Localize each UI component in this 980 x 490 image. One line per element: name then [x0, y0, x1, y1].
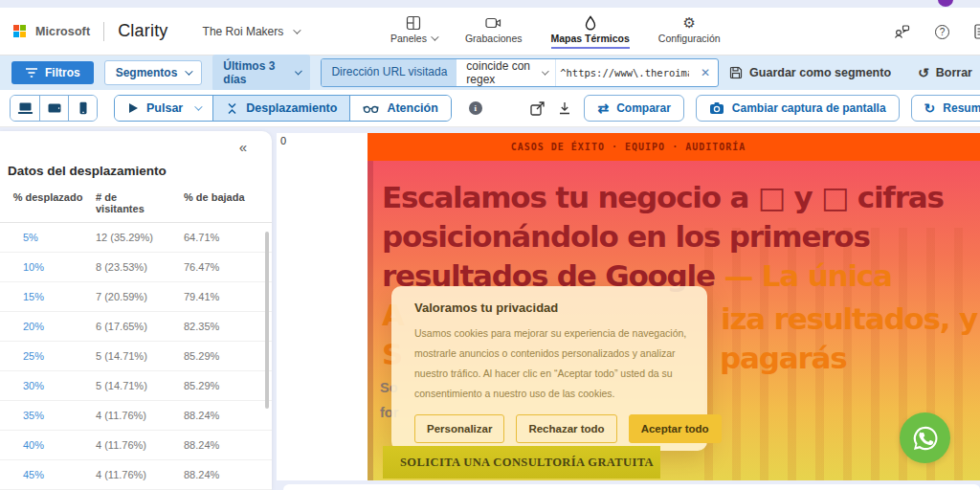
segments-label: Segmentos [116, 66, 178, 79]
docs-icon[interactable] [974, 24, 980, 39]
table-cell: 88.24% [184, 469, 266, 480]
site-heading: Escalamos tu negocio a □ y □ cifras posi… [382, 178, 944, 296]
whatsapp-chat-button[interactable] [900, 412, 950, 463]
heatmap-canvas: 0 CASOS DE ÉXITO · EQUIPO · AUDITORÍA Es… [277, 133, 980, 480]
free-consultation-cta-button[interactable]: SOLICITA UNA CONSULTORÍA GRATUITA [383, 446, 660, 479]
save-icon [729, 66, 743, 79]
camera-icon [709, 101, 724, 115]
tab-heatmaps[interactable]: Mapas Térmicos [551, 14, 630, 49]
clear-filters-button[interactable]: ↺ Borrar [918, 66, 972, 79]
tab-panels-label: Paneles [390, 33, 427, 44]
table-cell: 8 (23.53%) [96, 261, 184, 273]
table-cell: 4 (11.76%) [96, 439, 184, 451]
tab-recordings[interactable]: Grabaciones [465, 14, 523, 49]
table-row: 5%12 (35.29%)64.71% [0, 223, 272, 253]
device-tablet-button[interactable] [39, 96, 68, 121]
filters-button[interactable]: Filtros [11, 61, 94, 84]
column-header: # de visitantes [96, 191, 153, 214]
url-operator-select[interactable]: coincide con regex [457, 59, 556, 86]
mode-attention-button[interactable]: Atención [349, 96, 450, 121]
mode-click-label: Pulsar [146, 101, 183, 115]
browser-extension-badge[interactable] [938, 0, 953, 7]
bottom-panel-edge [283, 484, 980, 490]
funnel-icon [25, 67, 38, 78]
cookie-reject-button[interactable]: Rechazar todo [516, 414, 616, 443]
mobile-icon [78, 101, 88, 115]
heatmap-gradient-body: Escalamos tu negocio a □ y □ cifras posi… [368, 161, 980, 480]
tablet-icon [47, 101, 62, 115]
collapse-panel-icon[interactable]: « [239, 139, 247, 155]
scroll-depth-link[interactable]: 20% [0, 321, 96, 332]
toolbar-actions: ⇄ Comparar Cambiar captura de pantalla ↻… [529, 95, 980, 122]
scroll-depth-link[interactable]: 35% [0, 410, 96, 421]
scroll-data-panel: « Datos del desplazamiento % desplazado … [0, 131, 272, 490]
header-actions: ? [894, 24, 980, 39]
tab-panels[interactable]: Paneles [390, 14, 436, 49]
site-nav-links: CASOS DE ÉXITO · EQUIPO · AUDITORÍA [511, 142, 746, 152]
cookie-dialog-title: Valoramos tu privacidad [414, 301, 688, 315]
project-name: The Roi Makers [203, 25, 284, 38]
scroll-depth-link[interactable]: 5% [0, 232, 96, 243]
site-heading-line1: Escalamos tu negocio a □ y □ cifras [382, 178, 944, 217]
summarize-label: Resumir ma [943, 101, 980, 115]
url-operator-label: coincide con regex [466, 59, 534, 86]
table-cell: 85.29% [184, 350, 266, 362]
date-range-dropdown[interactable]: Últimos 3 días [212, 55, 310, 91]
app-header: Microsoft Clarity The Roi Makers Paneles… [0, 8, 980, 56]
table-cell: 88.24% [184, 439, 266, 451]
panels-icon [406, 14, 421, 31]
remove-filter-icon[interactable]: ✕ [693, 59, 718, 86]
mode-attention-label: Atención [387, 101, 437, 115]
url-filter-field-label: Dirección URL visitada [322, 59, 457, 86]
download-icon[interactable] [557, 100, 572, 116]
device-mobile-button[interactable] [68, 96, 97, 121]
mode-scroll-label: Desplazamiento [246, 101, 337, 115]
segments-dropdown[interactable]: Segmentos [104, 60, 203, 85]
help-icon[interactable]: ? [935, 25, 949, 39]
filters-label: Filtros [45, 66, 80, 79]
click-cursor-icon [127, 102, 139, 114]
whatsapp-icon [909, 422, 942, 455]
panel-scrollbar[interactable] [265, 232, 269, 409]
recordings-icon [485, 14, 501, 31]
save-segment-label: Guardar como segmento [749, 66, 891, 79]
scroll-depth-link[interactable]: 15% [0, 291, 96, 302]
table-row: 45%4 (11.76%)88.24% [0, 460, 272, 490]
column-header: % de bajada [184, 191, 266, 214]
url-regex-input[interactable] [556, 59, 693, 86]
info-icon[interactable]: i [469, 101, 482, 115]
mode-click-button[interactable]: Pulsar [115, 96, 212, 121]
scroll-depth-link[interactable]: 40% [0, 439, 96, 451]
tab-settings-label: Configuración [658, 33, 721, 44]
change-screenshot-button[interactable]: Cambiar captura de pantalla [696, 95, 900, 122]
table-row: 10%8 (23.53%)76.47% [0, 253, 272, 282]
tab-settings[interactable]: ⚙ Configuración [658, 14, 721, 49]
scroll-depth-link[interactable]: 25% [0, 350, 96, 362]
device-selector [10, 95, 98, 122]
summarize-button[interactable]: ↻ Resumir ma [911, 95, 980, 122]
scroll-depth-link[interactable]: 45% [0, 469, 96, 480]
site-heading-fragment: pagarás [720, 341, 846, 375]
ruler-origin-label: 0 [280, 135, 286, 146]
feedback-icon[interactable] [894, 24, 910, 39]
device-desktop-button[interactable] [11, 96, 39, 121]
table-body: 5%12 (35.29%)64.71%10%8 (23.53%)76.47%15… [0, 223, 272, 490]
project-selector[interactable]: The Roi Makers [203, 25, 300, 38]
table-cell: 5 (14.71%) [96, 350, 184, 362]
table-row: 20%6 (17.65%)82.35% [0, 312, 272, 342]
scroll-depth-link[interactable]: 10% [0, 261, 96, 273]
save-segment-button[interactable]: Guardar como segmento [729, 66, 891, 79]
chevron-down-icon [186, 67, 193, 75]
cookie-customize-button[interactable]: Personalizar [414, 414, 504, 443]
table-cell: 4 (11.76%) [96, 410, 184, 421]
cookie-accept-button[interactable]: Aceptar todo [629, 414, 722, 443]
heatmaps-icon [584, 14, 597, 31]
mode-scroll-button[interactable]: Desplazamiento [212, 96, 349, 121]
browser-chrome-strip [0, 0, 980, 8]
chevron-down-icon [293, 26, 301, 33]
share-icon[interactable] [529, 100, 546, 117]
compare-button[interactable]: ⇄ Comparar [584, 95, 683, 122]
url-filter-group: Dirección URL visitada coincide con rege… [321, 58, 719, 87]
scroll-depth-link[interactable]: 30% [0, 380, 96, 391]
brand-divider [103, 22, 104, 41]
